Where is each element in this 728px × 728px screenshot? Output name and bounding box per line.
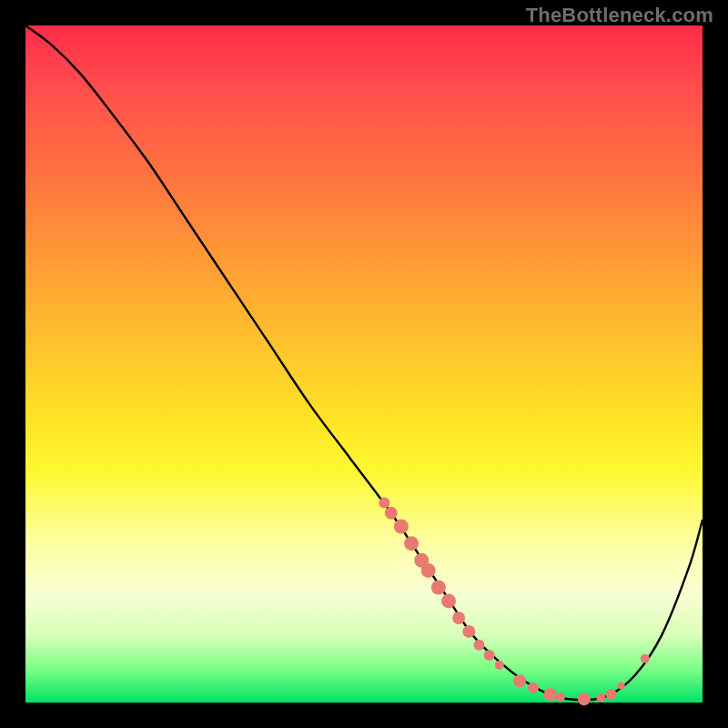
data-point: [385, 507, 398, 520]
plot-area: [25, 25, 703, 703]
data-point: [513, 674, 526, 687]
data-point: [618, 682, 625, 689]
data-point: [578, 693, 591, 705]
data-point: [462, 625, 475, 638]
data-point: [606, 689, 617, 700]
data-point: [556, 693, 565, 702]
data-point: [452, 612, 465, 624]
data-point: [495, 661, 504, 670]
data-point: [394, 520, 409, 534]
data-point: [641, 654, 650, 663]
data-point: [484, 650, 495, 661]
bottleneck-curve: [25, 25, 703, 700]
data-point: [544, 688, 557, 701]
data-point: [473, 640, 484, 651]
data-point: [431, 581, 446, 595]
data-point: [596, 693, 605, 703]
curve-layer: [25, 25, 703, 703]
data-point: [379, 498, 389, 509]
watermark-text: TheBottleneck.com: [526, 4, 713, 27]
data-point: [421, 563, 436, 578]
data-point: [528, 682, 539, 693]
data-point: [404, 536, 419, 551]
figure-root: TheBottleneck.com: [0, 0, 728, 728]
data-point: [441, 593, 456, 608]
